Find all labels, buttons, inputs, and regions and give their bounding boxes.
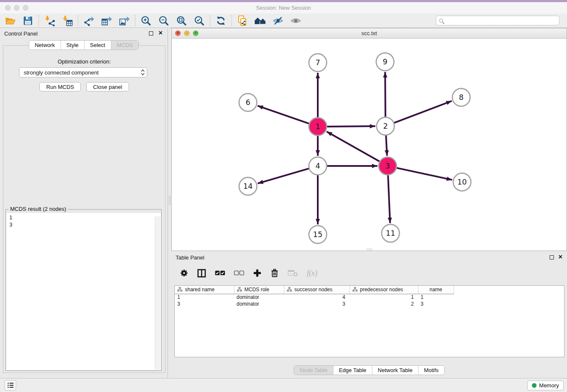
table-cell[interactable]: dominator — [234, 294, 284, 301]
graph-node-2[interactable]: 2 — [377, 117, 394, 135]
refresh-button[interactable] — [215, 15, 227, 27]
column-header-name[interactable]: name — [418, 286, 454, 294]
graph-node-14[interactable]: 14 — [239, 177, 257, 195]
table-cell[interactable]: 2 — [350, 301, 418, 307]
table-cell[interactable]: 1 — [350, 294, 418, 301]
table-tab-motifs[interactable]: Motifs — [418, 366, 444, 375]
graph-node-7[interactable]: 7 — [309, 54, 327, 72]
graph-node-8[interactable]: 8 — [452, 88, 470, 106]
float-panel-icon[interactable] — [149, 31, 153, 36]
graph-edge-1-6[interactable] — [258, 106, 309, 124]
add-column-button[interactable] — [253, 268, 261, 278]
delete-table-button[interactable] — [288, 268, 298, 278]
select-all-icon — [215, 270, 225, 276]
table-tab-node-table[interactable]: Node Table — [294, 366, 333, 375]
clone-network-button[interactable] — [237, 15, 248, 27]
table-cell[interactable]: 3 — [284, 301, 350, 307]
control-tab-mcds[interactable]: MCDS — [111, 41, 138, 50]
mcds-result-list[interactable]: 1 3 — [6, 213, 161, 370]
control-tab-select[interactable]: Select — [84, 41, 111, 50]
run-mcds-button[interactable]: Run MCDS — [39, 82, 81, 91]
column-header-mcds-role[interactable]: MCDS role — [234, 286, 284, 294]
graph-node-15[interactable]: 15 — [309, 226, 327, 243]
close-panel-icon[interactable]: × — [159, 30, 162, 36]
close-panel-button[interactable]: Close panel — [86, 82, 129, 91]
column-header-successor-nodes[interactable]: successor nodes — [284, 286, 350, 294]
zoom-window-button[interactable] — [23, 5, 28, 11]
network-window-title: scc.txt — [172, 28, 567, 38]
select-all-rows-button[interactable] — [215, 268, 225, 278]
window-titlebar[interactable]: Session: New Session — [0, 2, 567, 14]
table-cell[interactable]: 1 — [175, 294, 234, 301]
minimize-window-button[interactable] — [14, 5, 19, 11]
table-cell[interactable]: 3 — [418, 301, 454, 307]
open-session-button[interactable] — [4, 15, 16, 27]
canvas-resize-grip[interactable] — [366, 248, 372, 250]
graph-edge-1-2[interactable] — [327, 126, 375, 127]
memory-button[interactable]: Memory — [527, 381, 564, 390]
control-tab-network[interactable]: Network — [29, 41, 61, 50]
result-scrollbar[interactable] — [155, 216, 160, 370]
graph-edge-4-14[interactable] — [258, 168, 309, 183]
graph-node-3[interactable]: 3 — [379, 157, 396, 175]
zoom-selected-button[interactable] — [193, 15, 205, 27]
nested-networks-button[interactable] — [254, 15, 266, 27]
zoom-in-button[interactable] — [140, 15, 152, 27]
close-table-panel-icon[interactable]: × — [559, 254, 562, 260]
graph-node-4[interactable]: 4 — [309, 157, 327, 175]
show-columns-button[interactable] — [197, 268, 206, 278]
delete-columns-button[interactable] — [270, 268, 279, 278]
graph-node-1[interactable]: 1 — [309, 118, 327, 135]
panel-splitter[interactable] — [168, 28, 171, 378]
column-header-predecessor-nodes[interactable]: predecessor nodes — [350, 286, 418, 294]
table-cell[interactable]: 1 — [418, 294, 454, 301]
import-table-button[interactable] — [61, 15, 73, 27]
graph-edge-2-8[interactable] — [394, 101, 452, 123]
graph-node-6[interactable]: 6 — [239, 94, 257, 111]
zoom-out-button[interactable] — [158, 15, 170, 27]
close-window-button[interactable] — [5, 5, 11, 11]
table-settings-button[interactable] — [180, 268, 188, 278]
graph-edge-2-3[interactable] — [386, 135, 387, 156]
maximize-network-button[interactable]: + — [193, 30, 198, 36]
close-network-button[interactable]: ✕ — [175, 30, 181, 36]
table-cell[interactable]: 3 — [175, 301, 234, 307]
list-icon — [7, 382, 14, 388]
import-network-button[interactable] — [44, 15, 55, 27]
table-cell[interactable]: dominator — [234, 301, 284, 307]
network-window-titlebar[interactable]: ✕ − + scc.txt — [172, 28, 567, 39]
graph-node-10[interactable]: 10 — [453, 173, 471, 191]
export-table-button[interactable] — [101, 15, 113, 27]
search-box[interactable] — [436, 16, 559, 25]
toolbar-separator — [39, 15, 39, 26]
export-network-button[interactable] — [83, 15, 95, 27]
minimize-network-button[interactable]: − — [184, 30, 190, 36]
table-tab-edge-table[interactable]: Edge Table — [333, 366, 372, 375]
column-header-shared-name[interactable]: shared name — [175, 286, 234, 294]
show-all-button[interactable] — [290, 15, 302, 27]
table-row[interactable]: 3dominator323 — [175, 301, 564, 307]
table-cell[interactable]: 4 — [284, 294, 350, 301]
float-table-panel-icon[interactable] — [550, 255, 554, 259]
task-history-button[interactable] — [5, 380, 16, 390]
splitter-grip[interactable] — [169, 196, 171, 205]
graph-edge-3-10[interactable] — [397, 168, 452, 180]
network-canvas[interactable]: 7968124314101511 — [172, 39, 567, 251]
zoom-fit-button[interactable] — [176, 15, 187, 27]
deselect-all-rows-button[interactable] — [234, 268, 244, 278]
search-input[interactable] — [446, 18, 556, 24]
graph-edge-3-11[interactable] — [388, 175, 390, 223]
hide-selected-button[interactable] — [272, 15, 284, 27]
graph-node-11[interactable]: 11 — [382, 224, 399, 242]
control-tab-style[interactable]: Style — [61, 41, 84, 50]
table-row[interactable]: 1dominator411 — [175, 294, 564, 301]
table-tab-network-table[interactable]: Network Table — [372, 366, 418, 375]
graph-edge-3-1[interactable] — [327, 132, 380, 161]
save-session-button[interactable] — [22, 15, 34, 27]
function-builder-button[interactable]: f(x) — [307, 268, 317, 278]
graph-edge-2-9[interactable] — [385, 72, 385, 117]
optimization-criterion-select[interactable]: strongly connected component — [19, 67, 147, 77]
memory-status-dot — [532, 383, 537, 388]
export-image-button[interactable] — [118, 15, 130, 27]
graph-node-9[interactable]: 9 — [376, 53, 394, 71]
